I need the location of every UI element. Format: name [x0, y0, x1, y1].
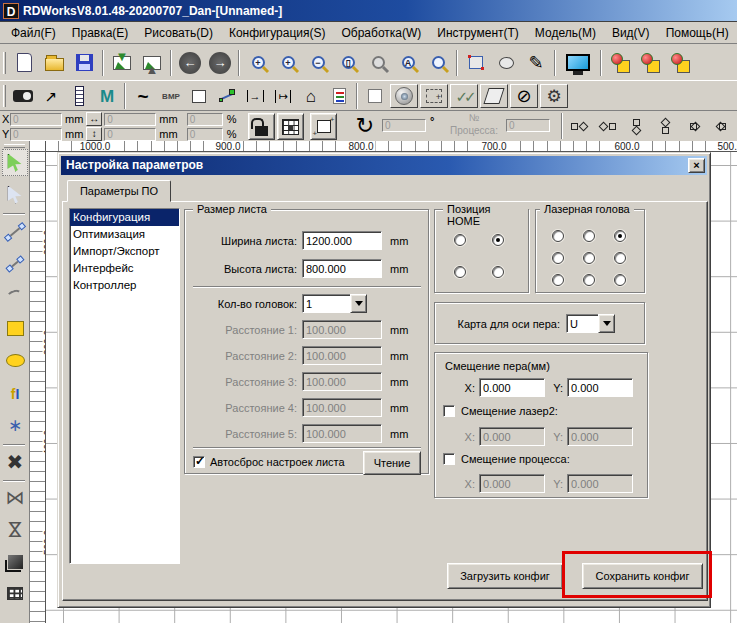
head-radio-4[interactable]: [552, 252, 564, 264]
blank-swatch-button[interactable]: [361, 84, 389, 108]
zoom-page-button[interactable]: ▯: [333, 49, 363, 77]
list-item-import-export[interactable]: Импорт/Экспорт: [70, 243, 179, 260]
head-radio-2[interactable]: [583, 230, 595, 242]
mirror-v-button[interactable]: ⋈: [2, 516, 28, 543]
rectangle-button[interactable]: [185, 84, 213, 108]
dropdown-button[interactable]: [350, 294, 367, 313]
simulate-2-button[interactable]: [635, 49, 665, 77]
heads-count-combo[interactable]: 1: [302, 294, 367, 313]
laser2-offset-checkbox[interactable]: [443, 405, 455, 417]
zoom-pan-button[interactable]: +: [243, 49, 273, 77]
rectangle-tool-button[interactable]: [2, 315, 28, 342]
menu-file[interactable]: Файл(F): [4, 23, 63, 43]
draw-arrow-button[interactable]: ↗: [37, 84, 65, 108]
arc-tool-button[interactable]: [2, 282, 28, 309]
menu-view[interactable]: Вид(V): [605, 23, 657, 43]
pen-offset-x-field[interactable]: 0.000: [479, 378, 545, 397]
distribute-h-button[interactable]: →: [241, 84, 269, 108]
angle-field[interactable]: 0: [382, 119, 426, 132]
process-number-field[interactable]: 0: [506, 119, 550, 132]
height-field[interactable]: 0: [104, 128, 156, 141]
text-tool-button[interactable]: fI: [2, 380, 28, 407]
home-radio-top-left[interactable]: [454, 234, 466, 246]
align-right-button[interactable]: [595, 114, 620, 139]
sheet-width-field[interactable]: 1200.000: [302, 231, 382, 250]
new-document-button[interactable]: [9, 49, 39, 77]
zoom-selection-button[interactable]: [363, 49, 393, 77]
distribute-v-button[interactable]: ↦: [269, 84, 297, 108]
head-radio-6[interactable]: [614, 252, 626, 264]
menu-help[interactable]: Помощь(H): [659, 23, 736, 43]
rect-select-button[interactable]: [461, 49, 491, 77]
delete-tool-button[interactable]: ✖: [2, 448, 28, 475]
node-edit-button[interactable]: [213, 84, 241, 108]
line-tool-button[interactable]: [2, 218, 28, 245]
menu-process[interactable]: Обработка(W): [334, 23, 428, 43]
open-file-button[interactable]: [39, 49, 69, 77]
bmp-button[interactable]: BMP: [157, 84, 185, 108]
process-offset-checkbox[interactable]: [443, 453, 455, 465]
pen-cut-button[interactable]: ✎: [521, 49, 551, 77]
save-button[interactable]: [69, 49, 99, 77]
point-tool-button[interactable]: ∗: [2, 412, 28, 439]
select-add-button[interactable]: +: [420, 84, 448, 108]
m-tool-button[interactable]: M: [93, 84, 121, 108]
list-item-configuration[interactable]: Конфигурация: [70, 209, 179, 226]
align-left-button[interactable]: [566, 114, 591, 139]
rotate-button[interactable]: ↻: [352, 113, 378, 139]
preview-button[interactable]: [559, 49, 597, 77]
skew-button[interactable]: [480, 84, 508, 108]
autoreset-checkbox[interactable]: [193, 456, 205, 468]
pen-offset-y-field[interactable]: 0.000: [567, 378, 633, 397]
list-item-controller[interactable]: Контроллер: [70, 277, 179, 294]
menu-tool[interactable]: Инструмент(T): [430, 23, 526, 43]
list-item-interface[interactable]: Интерфейс: [70, 260, 179, 277]
zoom-plain-button[interactable]: [423, 49, 453, 77]
weld-button[interactable]: ⌂: [297, 84, 325, 108]
node-edit-tool-button[interactable]: [2, 181, 28, 208]
align-center-v-button[interactable]: [709, 114, 734, 139]
head-radio-9[interactable]: [614, 274, 626, 286]
camera-button[interactable]: [390, 84, 418, 108]
settings-button[interactable]: ⚙: [540, 84, 568, 108]
zoom-in-button[interactable]: +: [273, 49, 303, 77]
home-radio-top-right[interactable]: [492, 234, 504, 246]
array-copy-button[interactable]: [2, 580, 28, 607]
list-item-optimization[interactable]: Оптимизация: [70, 226, 179, 243]
home-radio-bottom-right[interactable]: [492, 266, 504, 278]
width-field[interactable]: 0: [104, 113, 156, 126]
head-radio-5[interactable]: [583, 252, 595, 264]
lock-ratio-button[interactable]: [248, 113, 275, 140]
menu-edit[interactable]: Правка(E): [65, 23, 136, 43]
select-tool-button[interactable]: [2, 149, 28, 176]
x-position-field[interactable]: 0: [10, 113, 62, 126]
polyline-tool-button[interactable]: [2, 250, 28, 277]
ellipse-tool-button[interactable]: [2, 347, 28, 374]
align-bottom-button[interactable]: [653, 114, 678, 139]
head-radio-8[interactable]: [583, 274, 595, 286]
align-top-button[interactable]: [624, 114, 649, 139]
export-button[interactable]: ▲: [137, 49, 167, 77]
simulate-3-button[interactable]: [665, 49, 695, 77]
redo-button[interactable]: →: [205, 49, 235, 77]
head-radio-1[interactable]: [552, 230, 564, 242]
hide-preview-button[interactable]: ⊘: [510, 84, 538, 108]
nine-point-button[interactable]: [277, 113, 304, 140]
tab-software-params[interactable]: Параметры ПО: [67, 180, 171, 202]
array-button[interactable]: [310, 113, 337, 140]
ruler-button[interactable]: [65, 84, 93, 108]
y-position-field[interactable]: 0: [10, 128, 62, 141]
menu-config[interactable]: Конфигурация(S): [222, 23, 333, 43]
height-percent-field[interactable]: 0: [187, 128, 223, 141]
menu-model[interactable]: Модель(M): [528, 23, 603, 43]
load-config-button[interactable]: Загрузить конфиг: [447, 563, 563, 589]
dialog-title-bar[interactable]: Настройка параметров ×: [61, 156, 707, 175]
align-center-h-button[interactable]: [682, 114, 707, 139]
head-radio-7[interactable]: [552, 274, 564, 286]
pen-axis-combo[interactable]: U: [566, 314, 615, 333]
import-button[interactable]: ▼: [107, 49, 137, 77]
dialog-close-button[interactable]: ×: [688, 158, 705, 173]
zoom-out-button[interactable]: −: [303, 49, 333, 77]
home-radio-bottom-left[interactable]: [454, 266, 466, 278]
ellipse-select-button[interactable]: [491, 49, 521, 77]
